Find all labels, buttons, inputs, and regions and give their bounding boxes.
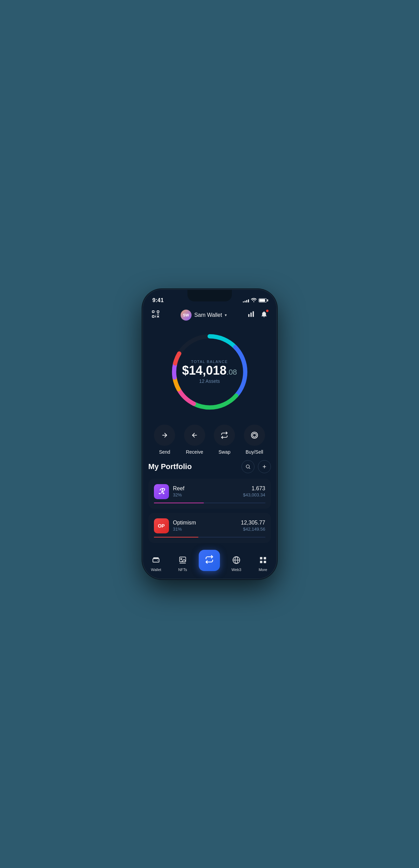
notification-dot bbox=[266, 309, 269, 312]
send-action[interactable]: Send bbox=[154, 425, 175, 455]
assets-count: 12 Assets bbox=[182, 378, 237, 384]
nfts-nav-label: NFTs bbox=[178, 568, 187, 572]
status-time: 9:41 bbox=[153, 297, 164, 303]
asset-row-reef: ℛ Reef 32% 1.673 $43,003.34 bbox=[154, 484, 265, 499]
donut-chart: TOTAL BALANCE $14,018.08 12 Assets bbox=[165, 327, 254, 416]
receive-label: Receive bbox=[186, 449, 203, 455]
optimism-info: Optimism 31% bbox=[173, 520, 237, 532]
action-buttons: Send Receive bbox=[143, 416, 276, 460]
web3-nav-label: Web3 bbox=[232, 568, 241, 572]
optimism-icon: OP bbox=[154, 518, 169, 533]
svg-rect-29 bbox=[260, 561, 262, 563]
web3-icon bbox=[232, 556, 240, 566]
wallet-nav-label: Wallet bbox=[151, 568, 161, 572]
status-bar: 9:41 bbox=[143, 290, 276, 306]
header: SW Sam Wallet ▾ bbox=[143, 306, 276, 324]
reef-usd: $43,003.34 bbox=[243, 492, 265, 497]
wallet-icon bbox=[152, 556, 160, 566]
wallet-name: Sam Wallet bbox=[194, 312, 222, 318]
nav-nfts[interactable]: NFTs bbox=[172, 556, 193, 572]
svg-point-15 bbox=[252, 433, 256, 437]
balance-amount: $14,018.08 bbox=[182, 364, 237, 377]
avatar: SW bbox=[181, 310, 192, 321]
nav-more[interactable]: More bbox=[253, 556, 273, 572]
asset-card-reef[interactable]: ℛ Reef 32% 1.673 $43,003.34 bbox=[148, 479, 271, 509]
scan-icon[interactable] bbox=[151, 310, 160, 321]
svg-point-17 bbox=[246, 465, 249, 468]
svg-line-18 bbox=[249, 468, 250, 469]
more-nav-label: More bbox=[259, 568, 267, 572]
send-label: Send bbox=[159, 449, 170, 455]
portfolio-title: My Portfolio bbox=[148, 462, 192, 471]
status-icons bbox=[243, 298, 267, 303]
svg-rect-0 bbox=[152, 311, 154, 312]
reef-percent: 32% bbox=[173, 492, 239, 497]
reef-info: Reef 32% bbox=[173, 485, 239, 497]
nfts-icon bbox=[179, 556, 187, 566]
analytics-icon[interactable] bbox=[247, 310, 255, 320]
receive-button[interactable] bbox=[184, 425, 205, 446]
portfolio-search-button[interactable] bbox=[241, 460, 254, 473]
signal-bars-icon bbox=[243, 298, 249, 302]
donut-chart-area: TOTAL BALANCE $14,018.08 12 Assets bbox=[143, 324, 276, 416]
svg-rect-9 bbox=[248, 314, 250, 317]
portfolio-header-actions bbox=[241, 460, 271, 473]
optimism-bar-container bbox=[154, 537, 265, 537]
donut-center: TOTAL BALANCE $14,018.08 12 Assets bbox=[182, 360, 237, 384]
optimism-amount: 12,305.77 bbox=[241, 520, 265, 526]
buysell-action[interactable]: Buy/Sell bbox=[244, 425, 265, 455]
bottom-nav: Wallet NFTs bbox=[143, 553, 276, 579]
asset-row-optimism: OP Optimism 31% 12,305.77 $42,149.56 bbox=[154, 518, 265, 533]
svg-point-22 bbox=[181, 558, 182, 560]
svg-rect-11 bbox=[253, 311, 254, 317]
balance-cents: .08 bbox=[226, 368, 237, 376]
svg-rect-30 bbox=[264, 561, 266, 563]
balance-main: $14,018 bbox=[182, 363, 226, 377]
optimism-name: Optimism bbox=[173, 520, 237, 526]
buysell-button[interactable] bbox=[244, 425, 265, 446]
svg-rect-1 bbox=[157, 311, 159, 312]
wallet-selector[interactable]: SW Sam Wallet ▾ bbox=[181, 310, 227, 321]
battery-icon bbox=[259, 298, 267, 302]
optimism-usd: $42,149.56 bbox=[241, 527, 265, 532]
reef-name: Reef bbox=[173, 485, 239, 492]
chevron-down-icon: ▾ bbox=[225, 313, 227, 318]
reef-icon: ℛ bbox=[154, 484, 169, 499]
asset-card-optimism[interactable]: OP Optimism 31% 12,305.77 $42,149.56 bbox=[148, 513, 271, 543]
reef-values: 1.673 $43,003.34 bbox=[243, 485, 265, 497]
nav-web3[interactable]: Web3 bbox=[226, 556, 247, 572]
svg-rect-10 bbox=[251, 312, 252, 317]
header-right bbox=[247, 310, 268, 320]
optimism-values: 12,305.77 $42,149.56 bbox=[241, 520, 265, 532]
reef-bar bbox=[154, 503, 204, 503]
wifi-icon bbox=[251, 298, 257, 303]
svg-rect-28 bbox=[264, 557, 266, 559]
svg-rect-2 bbox=[152, 315, 154, 317]
reef-bar-container bbox=[154, 503, 265, 503]
portfolio-add-button[interactable] bbox=[258, 460, 271, 473]
more-icon bbox=[259, 556, 267, 566]
receive-action[interactable]: Receive bbox=[184, 425, 205, 455]
swap-label: Swap bbox=[219, 449, 231, 455]
portfolio-section: My Portfolio bbox=[143, 460, 276, 553]
nav-wallet[interactable]: Wallet bbox=[146, 556, 166, 572]
send-button[interactable] bbox=[154, 425, 175, 446]
screen: 9:41 bbox=[143, 290, 276, 579]
reef-amount: 1.673 bbox=[243, 485, 265, 492]
nav-center-button[interactable] bbox=[199, 550, 220, 571]
notification-bell-wrapper[interactable] bbox=[260, 310, 268, 320]
swap-button[interactable] bbox=[214, 425, 235, 446]
optimism-bar bbox=[154, 537, 198, 537]
buysell-label: Buy/Sell bbox=[246, 449, 263, 455]
svg-rect-27 bbox=[260, 557, 262, 559]
optimism-percent: 31% bbox=[173, 527, 237, 532]
swap-action[interactable]: Swap bbox=[214, 425, 235, 455]
center-swap-icon bbox=[205, 555, 214, 566]
portfolio-header: My Portfolio bbox=[148, 460, 271, 473]
phone-frame: 9:41 bbox=[143, 290, 276, 579]
